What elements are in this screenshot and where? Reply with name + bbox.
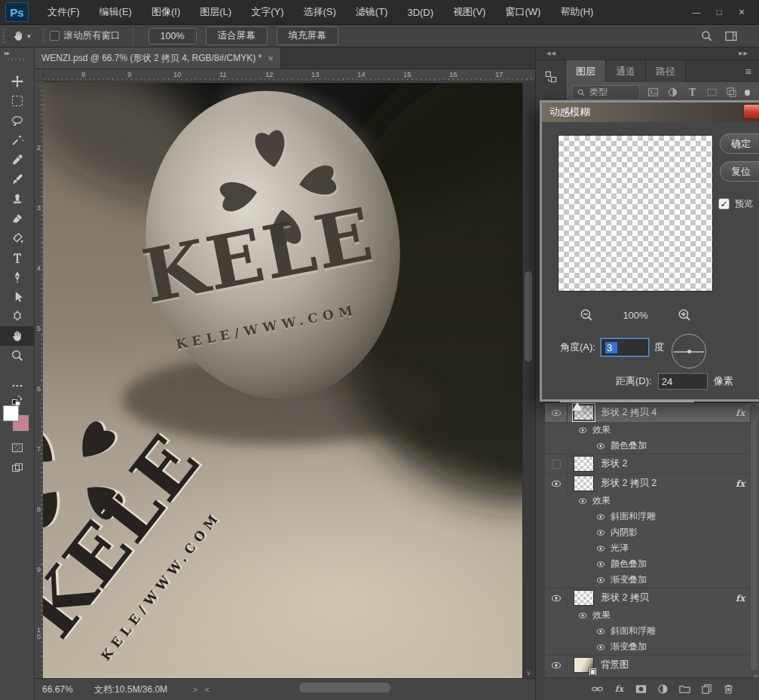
smart-filter-icon[interactable] (725, 86, 738, 99)
effects-header-row[interactable]: 效果 (545, 607, 759, 623)
history-panel-icon[interactable] (540, 66, 562, 87)
menu-item-7[interactable]: 3D(D) (397, 0, 443, 25)
menu-item-3[interactable]: 图层(L) (190, 0, 241, 25)
type-filter-icon[interactable]: T (686, 86, 699, 99)
zoom-tool[interactable] (0, 346, 34, 365)
layer-name[interactable]: 形状 2 (601, 457, 627, 470)
layer-row[interactable]: 形状 2 (545, 454, 759, 473)
close-button[interactable]: × (730, 5, 753, 20)
layers-scrollbar[interactable] (750, 405, 758, 671)
layer-row[interactable]: 形状 2 拷贝 2 fx^ (545, 473, 759, 493)
layer-row[interactable]: 形状 2 拷贝 fx^ (545, 588, 759, 607)
minimize-button[interactable]: — (685, 5, 708, 20)
effect-row[interactable]: 颜色叠加 (545, 556, 759, 572)
collapse-right-icon[interactable]: ▶▶ (739, 50, 748, 57)
menu-item-0[interactable]: 文件(F) (38, 0, 90, 25)
layer-name[interactable]: 形状 2 拷贝 2 (601, 477, 656, 490)
zoom-out-icon[interactable] (579, 307, 594, 322)
close-icon[interactable]: × (268, 53, 274, 64)
eye-icon[interactable] (596, 576, 605, 585)
reset-button[interactable]: 复位 (720, 161, 759, 182)
search-icon[interactable] (700, 29, 714, 43)
eye-icon[interactable] (578, 497, 587, 506)
layer-thumbnail[interactable] (574, 475, 594, 491)
effect-row[interactable]: 斜面和浮雕 (545, 623, 759, 639)
visibility-checkbox[interactable] (552, 460, 561, 469)
fx-badge[interactable]: fx (736, 408, 745, 418)
eraser-tool[interactable] (0, 209, 34, 228)
eye-icon[interactable] (578, 426, 587, 435)
scroll-down-icon[interactable]: ∨ (526, 669, 531, 677)
effect-row[interactable]: 颜色叠加 (545, 438, 759, 454)
effects-header-row[interactable]: 效果 (545, 422, 759, 438)
effect-row[interactable]: 渐变叠加 (545, 572, 759, 588)
horizontal-scrollbar-thumb[interactable] (299, 683, 390, 692)
zoom-100-button[interactable]: 100% (148, 28, 197, 44)
expand-tools-icon[interactable]: ▸▸ (0, 47, 34, 57)
angle-dial[interactable] (672, 334, 706, 368)
menu-item-6[interactable]: 滤镜(T) (346, 0, 398, 25)
adjustment-button[interactable] (656, 683, 669, 695)
lasso-tool[interactable] (0, 111, 34, 130)
fx-badge-button[interactable]: fx (613, 683, 626, 695)
eye-icon[interactable] (596, 528, 605, 537)
menu-item-4[interactable]: 文字(Y) (241, 0, 293, 25)
menu-item-8[interactable]: 视图(V) (443, 0, 495, 25)
new-layer-button[interactable] (700, 683, 713, 695)
eye-icon[interactable] (551, 593, 562, 604)
layer-mask-button[interactable] (635, 683, 647, 695)
screen-mode-button[interactable] (0, 458, 34, 478)
current-tool-indicator[interactable]: ▾ (12, 29, 31, 42)
eye-icon[interactable] (551, 478, 562, 489)
menu-item-2[interactable]: 图像(I) (142, 0, 190, 25)
fx-badge[interactable]: fx (736, 593, 745, 604)
adjustment-filter-icon[interactable] (666, 86, 679, 99)
status-arrows[interactable]: >< (193, 686, 217, 694)
layer-name[interactable]: 形状 2 拷贝 4 (601, 406, 656, 419)
document-tab[interactable]: WENZI.psd @ 66.7% (形状 2 拷贝 4, RGB/8#/CMY… (35, 47, 281, 69)
eye-icon[interactable] (578, 611, 587, 620)
layer-name[interactable]: 背景图 (601, 659, 629, 671)
zoom-in-icon[interactable] (677, 307, 692, 322)
fit-screen-button[interactable]: 适合屏幕 (206, 26, 268, 45)
dialog-close-button[interactable] (743, 104, 759, 119)
pen-tool[interactable] (0, 267, 34, 287)
layer-thumbnail[interactable] (574, 657, 594, 673)
eye-icon[interactable] (596, 544, 605, 553)
menu-item-1[interactable]: 编辑(E) (90, 0, 142, 25)
status-zoom-level[interactable]: 66.67% (42, 684, 73, 695)
shape-tool[interactable] (0, 307, 34, 326)
link-button[interactable] (591, 683, 604, 695)
eye-icon[interactable] (596, 512, 605, 521)
tab-路径[interactable]: 路径 (646, 60, 686, 82)
layer-name[interactable]: 形状 2 拷贝 (601, 591, 649, 604)
preview-checkbox[interactable]: ✓ (718, 198, 730, 209)
quick-select-tool[interactable] (0, 130, 34, 150)
vertical-scrollbar[interactable]: ∨ (522, 83, 535, 678)
tab-图层[interactable]: 图层 (566, 60, 606, 82)
tab-通道[interactable]: 通道 (606, 60, 646, 82)
filter-toggle-icon[interactable] (745, 90, 750, 96)
scroll-all-windows-checkbox[interactable] (50, 31, 60, 41)
eye-icon[interactable] (596, 643, 605, 652)
menu-item-10[interactable]: 帮助(H) (550, 0, 603, 25)
eye-icon[interactable] (596, 442, 605, 451)
eye-icon[interactable] (551, 660, 562, 671)
hand-tool[interactable] (0, 326, 34, 346)
clone-stamp-tool[interactable] (0, 189, 34, 209)
effect-row[interactable]: 渐变叠加 (545, 639, 759, 655)
dialog-title-bar[interactable]: 动感模糊 (542, 102, 759, 122)
path-select-tool[interactable] (0, 287, 34, 307)
menu-item-9[interactable]: 窗口(W) (495, 0, 550, 25)
effect-row[interactable]: 内阴影 (545, 524, 759, 540)
canvas[interactable]: KELE KELE KELE/WWW.COM KELE/WWW.COM KELE… (43, 83, 522, 678)
shape-filter-icon[interactable] (705, 86, 718, 99)
panel-menu-icon[interactable]: ≡ (738, 60, 759, 82)
pixel-filter-icon[interactable] (647, 86, 660, 99)
collapse-left-icon[interactable]: ◀◀ (546, 50, 556, 57)
distance-slider-thumb[interactable] (572, 402, 583, 411)
layer-filter-select[interactable]: 类型 (572, 85, 640, 99)
distance-input[interactable]: 24 (658, 373, 708, 390)
angle-input[interactable]: 3 (601, 339, 648, 356)
foreground-color-swatch[interactable] (3, 405, 19, 421)
